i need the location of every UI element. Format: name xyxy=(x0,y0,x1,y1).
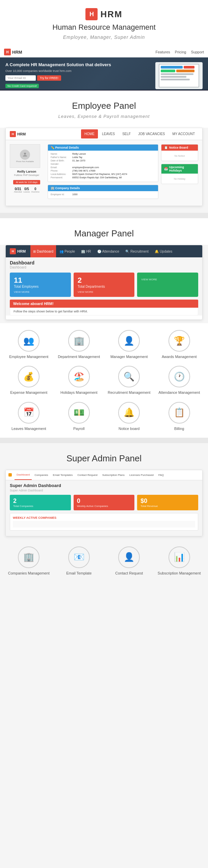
feature-label-9: Payroll xyxy=(73,426,85,431)
banner-nav-pricing[interactable]: Pricing xyxy=(175,50,186,54)
total-employees-card: 11 Total Employees VIEW MORE xyxy=(10,273,71,297)
third-view-more[interactable]: VIEW MORE xyxy=(141,278,194,281)
emp-detail-local-addr: Local Address: 6625 Spark Orchard Port R… xyxy=(51,173,155,175)
feature-label-3: Awards Management xyxy=(162,354,197,359)
emp-detail-gender: Gender: xyxy=(51,163,155,165)
feature-label-4: Expense Management xyxy=(10,390,47,395)
feature-icon-5: 🏖️ xyxy=(68,366,90,387)
super-nav-email-templates[interactable]: Email Templates xyxy=(51,470,75,480)
manager-breadcrumb-title: Dashboard xyxy=(10,260,198,265)
feature-label-7: Attendance Management xyxy=(158,390,200,395)
manager-feature-6: 🔍 Recruitment Management xyxy=(106,366,153,395)
emp-nav-logo-text: HRM xyxy=(17,132,26,136)
manager-panel-mockup: H HRM ⊞ Dashboard 👥 People 🏢 HR 🕐 Attend… xyxy=(5,245,203,320)
banner-nav-features[interactable]: Features xyxy=(155,50,170,54)
total-revenue-card: $0 Total Revenue xyxy=(137,495,198,510)
super-feature-label-3: Subscription Management xyxy=(158,571,201,576)
divider-1 xyxy=(0,213,208,218)
third-stat-card: VIEW MORE xyxy=(137,273,198,297)
emp-nav-leaves[interactable]: LEAVES xyxy=(99,129,118,138)
banner-nav-support[interactable]: Support xyxy=(191,50,204,54)
mgr-nav-people[interactable]: 👥 People xyxy=(57,245,78,257)
employee-left-column: Photo Not Available Reilly Larson Fullti… xyxy=(10,144,44,202)
manager-section-header: Manager Panel xyxy=(0,218,208,245)
holidays-header: 📅 Upcoming Holidays xyxy=(161,164,198,174)
attendance-icon: 🕐 xyxy=(97,250,101,253)
mgr-nav-hr[interactable]: 🏢 HR xyxy=(78,245,94,257)
leaves-stat: 0/5 Leaves xyxy=(23,187,30,193)
super-nav-licenses[interactable]: Licenses Purchased xyxy=(127,470,156,480)
manager-features-grid: 👥 Employee Management 🏢 Department Manag… xyxy=(0,323,208,438)
manager-dashboard-body: Dashboard Dashboard 11 Total Employees V… xyxy=(6,257,202,315)
mgr-nav-logo-text: HRM xyxy=(17,249,26,253)
total-departments-card: 2 Total Departments VIEW MORE xyxy=(74,273,135,297)
super-nav-companies[interactable]: Companies xyxy=(32,470,50,480)
attended-label: Attended xyxy=(14,191,22,193)
super-nav-indicator xyxy=(8,473,12,477)
banner-nav: H HRM Features Pricing Support xyxy=(0,47,208,57)
feature-label-6: Recruitment Management xyxy=(108,390,151,395)
feature-icon-9: 💵 xyxy=(68,402,90,424)
super-nav-faq[interactable]: FAQ xyxy=(156,470,166,480)
mgr-nav-recruitment[interactable]: 🔍 Recruitment xyxy=(123,245,151,257)
company-details-header: 🏢 Company Details xyxy=(48,185,158,191)
emp-nav-logo: H HRM xyxy=(10,131,26,137)
logo-container: H HRM xyxy=(7,8,201,20)
total-companies-num: 2 xyxy=(13,497,68,505)
total-revenue-label: Total Revenue xyxy=(140,505,195,508)
holidays-card: 📅 Upcoming Holidays No Holiday xyxy=(161,164,198,184)
employee-section-header: Employee Panel Leaves, Expense & Payroll… xyxy=(0,91,208,128)
super-dashboard-sub: Super Admin Dashboard xyxy=(10,489,198,492)
banner-nav-links: Features Pricing Support xyxy=(155,50,204,54)
attended-stat: 0/31 Attended xyxy=(14,187,22,193)
people-icon: 👥 xyxy=(59,250,63,253)
total-departments-view-more[interactable]: VIEW MORE xyxy=(78,290,131,293)
super-stats-row: 2 Total Companies 0 Weekly Active Compan… xyxy=(10,495,198,510)
super-weekly-title: WEEKLY ACTIVE COMPANIES xyxy=(13,516,195,519)
emp-nav-home[interactable]: HOME xyxy=(81,129,98,138)
manager-feature-4: 💰 Expense Management xyxy=(5,366,52,395)
emp-nav-jobs[interactable]: JOB VACANCIES xyxy=(135,129,168,138)
feature-icon-4: 💰 xyxy=(18,366,40,387)
total-employees-view-more[interactable]: VIEW MORE xyxy=(14,290,67,293)
banner-nav-logo-text: HRM xyxy=(12,50,22,55)
super-admin-nav: Dashboard Companies Email Templates Cont… xyxy=(6,470,202,480)
manager-feature-3: 🏆 Awards Management xyxy=(156,330,203,359)
super-nav-subscription[interactable]: Subscription Plans xyxy=(100,470,127,480)
banner-cta-button[interactable]: Try for FREE! xyxy=(37,75,61,81)
banner-email-input[interactable]: Your Email ID xyxy=(5,75,36,81)
mgr-nav-attendance[interactable]: 🕐 Attendance xyxy=(95,245,122,257)
banner-sub: Over 10,000 companies worldwide trust hr… xyxy=(5,69,150,73)
feature-icon-0: 👥 xyxy=(18,330,40,352)
company-details-body: Employee Id: 1000 xyxy=(48,191,158,199)
super-feature-label-1: Email Template xyxy=(66,571,92,576)
emp-detail-phone: Phone: (796) 048 9671 x7689 xyxy=(51,170,155,172)
super-feature-icon-3: 📊 xyxy=(168,546,190,568)
feature-label-2: Manager Management xyxy=(110,354,148,359)
overtime-stat: 0 Overtime xyxy=(31,187,40,193)
emp-nav-self[interactable]: SELF xyxy=(119,129,134,138)
emp-nav-account[interactable]: MY ACCOUNT xyxy=(169,129,199,138)
employee-section-title: Employee Panel xyxy=(7,101,201,111)
manager-feature-9: 💵 Payroll xyxy=(56,402,103,431)
manager-feature-5: 🏖️ Holidays Management xyxy=(56,366,103,395)
total-departments-label: Total Departments xyxy=(78,285,131,288)
super-nav-dashboard[interactable]: Dashboard xyxy=(15,470,32,480)
mgr-nav-dashboard[interactable]: ⊞ Dashboard xyxy=(30,245,56,257)
feature-icon-7: 🕐 xyxy=(168,366,190,387)
svg-point-0 xyxy=(24,153,26,155)
header-section: H HRM Human Resource Management Employee… xyxy=(0,0,208,47)
pencil-icon: ✏️ xyxy=(51,146,55,149)
super-feature-2: 👤 Contact Request xyxy=(106,546,153,576)
manager-breadcrumb-sub: Dashboard xyxy=(10,265,198,269)
emp-detail-email: Email: employee@example.com xyxy=(51,166,155,169)
employee-panel-mockup: H HRM HOME LEAVES SELF JOB VACANCIES MY … xyxy=(5,128,203,206)
manager-feature-8: 📅 Leaves Management xyxy=(5,402,52,431)
feature-icon-2: 👤 xyxy=(118,330,140,352)
overtime-num: 0 xyxy=(31,187,40,191)
super-nav-contact-request[interactable]: Contact Request xyxy=(75,470,100,480)
holidays-body: No Holiday xyxy=(161,174,198,184)
manager-stats-row: 11 Total Employees VIEW MORE 2 Total Dep… xyxy=(6,270,202,300)
mgr-nav-updates[interactable]: 🔔 Updates xyxy=(152,245,175,257)
laptop-screen xyxy=(159,64,199,87)
